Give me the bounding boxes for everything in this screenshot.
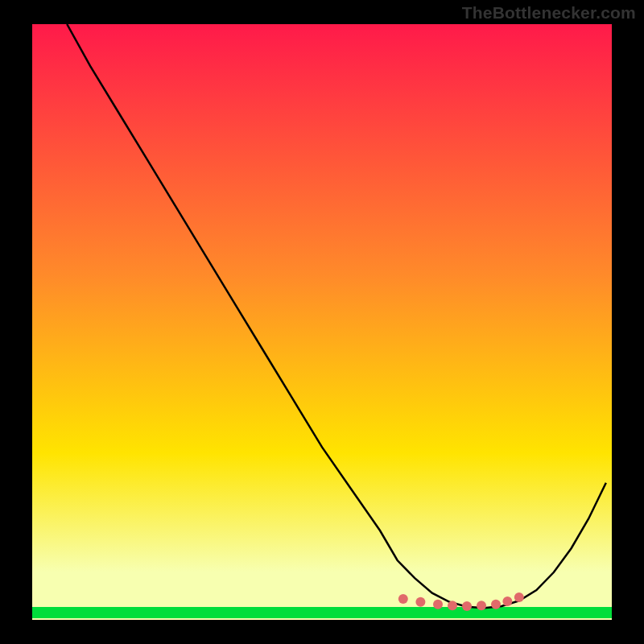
plot-area: [32, 24, 612, 620]
marker-dot: [398, 594, 408, 604]
marker-dot: [477, 601, 486, 610]
watermark-text: TheBottlenecker.com: [462, 3, 636, 23]
chart-container: TheBottlenecker.com: [0, 0, 644, 644]
green-band: [32, 607, 612, 618]
marker-dot: [502, 597, 512, 606]
marker-dot: [433, 600, 443, 609]
marker-dot: [462, 601, 472, 611]
marker-dot: [415, 597, 425, 607]
marker-dot: [491, 600, 501, 609]
marker-dot: [514, 592, 524, 602]
chart-svg: [32, 24, 612, 620]
marker-dot: [448, 601, 457, 610]
